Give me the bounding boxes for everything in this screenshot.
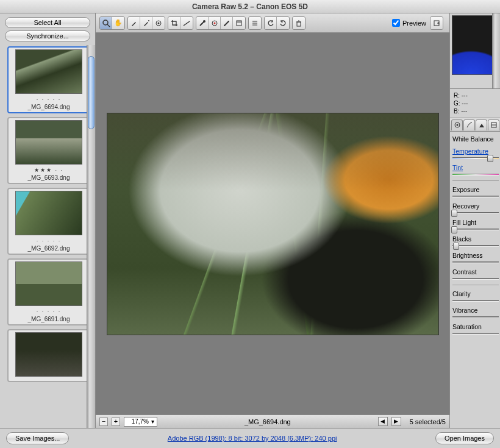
svg-point-8 [213,22,215,24]
svg-rect-14 [297,22,301,26]
thumbnail-image [15,261,82,306]
thumbnail-image [15,191,82,235]
contrast-slider[interactable] [452,278,499,280]
selection-count: 5 selected/5 [410,418,446,425]
select-all-button[interactable]: Select All [5,17,90,28]
spot-removal-icon[interactable] [196,17,209,29]
wb-eyedropper-icon[interactable] [128,17,140,29]
svg-point-0 [103,20,108,25]
temperature-slider[interactable] [452,157,499,159]
window-title: Camera Raw 5.2 – Canon EOS 5D [0,0,500,13]
panel-tab-strip [450,118,500,132]
redeye-tool-icon[interactable] [209,17,221,29]
temperature-label[interactable]: Temperature [452,148,499,155]
saturation-slider[interactable] [452,333,499,335]
rgb-readout: R: --- G: --- B: --- [450,89,500,118]
preview-checkbox[interactable]: Preview [392,19,426,27]
svg-point-19 [456,124,458,126]
main-toolbar: ✋ [96,13,449,33]
workflow-options-link[interactable]: Adobe RGB (1998); 8 bit; 3072 by 2048 (6… [75,435,429,442]
straighten-tool-icon[interactable] [180,17,193,29]
rating-dots[interactable]: · · · · · [10,238,87,244]
thumbnail-label: _MG_6691.dng [10,316,87,322]
thumbnail-image [15,49,82,94]
blacks-slider[interactable] [452,245,499,247]
svg-point-2 [148,20,149,21]
filllight-label: Fill Light [452,219,499,226]
svg-point-6 [203,20,205,23]
tab-detail-icon[interactable] [476,119,487,130]
rating-dots[interactable]: · · · · · [10,96,87,102]
color-sampler-icon[interactable] [140,17,152,29]
contrast-label: Contrast [452,268,499,276]
status-bar: − + 17,7%▾ _MG_6694.dng ◀ ▶ 5 selected/5 [96,414,449,428]
tint-slider[interactable] [452,174,499,176]
recovery-slider[interactable] [452,212,499,214]
synchronize-button[interactable]: Synchronize... [5,30,90,41]
thumbnail-label: _MG_6692.dng [10,245,87,252]
zoom-level-field[interactable]: 17,7%▾ [124,417,157,427]
svg-line-1 [107,24,110,27]
trash-icon[interactable] [293,17,305,29]
panel-scrollbar[interactable] [492,13,500,88]
filmstrip-panel: Select All Synchronize... · · · · · _MG_… [0,13,96,428]
crop-tool-icon[interactable] [168,17,180,29]
preview-checkbox-input[interactable] [392,19,400,27]
prev-image-button[interactable]: ◀ [378,417,388,426]
current-filename: _MG_6694.dng [161,418,374,425]
thumbnail-label: _MG_6693.dng [10,174,87,181]
target-adjust-icon[interactable] [152,17,165,29]
open-images-button[interactable]: Open Images [435,432,494,444]
saturation-label: Saturation [452,323,499,330]
preview-label: Preview [402,20,426,27]
thumbnail-item[interactable]: · · · · · _MG_6694.dng [7,46,90,113]
fullscreen-toggle-icon[interactable] [430,17,443,29]
thumbnail-item[interactable] [7,329,90,382]
brightness-label: Brightness [452,252,499,259]
vibrance-slider[interactable] [452,316,499,318]
preferences-icon[interactable] [249,17,261,29]
tab-basic-icon[interactable] [451,119,463,130]
save-images-button[interactable]: Save Images... [6,432,69,444]
thumbnail-image [15,332,82,377]
exposure-slider[interactable] [452,196,499,197]
tab-curve-icon[interactable] [463,119,475,130]
hand-tool-icon[interactable]: ✋ [112,17,124,29]
rotate-cw-icon[interactable] [277,17,289,29]
thumbnail-item[interactable]: ★★★ · · _MG_6693.dng [7,117,90,184]
svg-rect-10 [237,21,241,23]
rotate-ccw-icon[interactable] [265,17,277,29]
graduated-filter-icon[interactable] [233,17,245,29]
clarity-slider[interactable] [452,300,499,302]
tab-hsl-icon[interactable] [488,119,499,130]
zoom-tool-icon[interactable] [100,17,112,29]
filmstrip-scrollbar[interactable] [87,45,95,428]
thumbnail-label: _MG_6694.dng [10,104,87,110]
image-canvas[interactable] [96,33,449,414]
filllight-slider[interactable] [452,229,499,230]
thumbnail-item[interactable]: · · · · · _MG_6692.dng [7,188,90,255]
svg-point-4 [158,22,160,24]
exposure-label: Exposure [452,186,499,193]
rating-dots[interactable]: · · · · · [10,308,87,315]
vibrance-label: Vibrance [452,307,499,314]
thumbnail-image [15,120,82,165]
thumbnail-item[interactable]: · · · · · _MG_6691.dng [7,258,90,325]
adjustments-panel: R: --- G: --- B: --- White Balance Tempe… [450,13,500,428]
blacks-label: Blacks [452,235,499,243]
tint-label[interactable]: Tint [452,164,499,171]
clarity-label: Clarity [452,290,499,297]
footer-bar: Save Images... Adobe RGB (1998); 8 bit; … [0,428,500,448]
next-image-button[interactable]: ▶ [391,417,401,426]
zoom-in-button[interactable]: + [112,418,120,426]
adjustment-brush-icon[interactable] [221,17,233,29]
brightness-slider[interactable] [452,261,499,263]
svg-line-5 [184,21,190,26]
white-balance-label: White Balance [452,135,499,143]
main-image-preview [107,113,439,335]
zoom-out-button[interactable]: − [99,418,108,426]
rating-stars[interactable]: ★★★ · · [10,167,87,173]
recovery-label: Recovery [452,202,499,210]
